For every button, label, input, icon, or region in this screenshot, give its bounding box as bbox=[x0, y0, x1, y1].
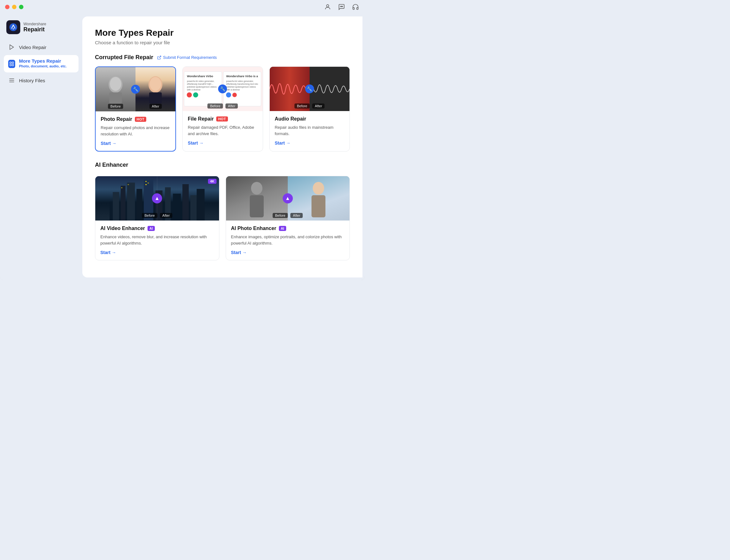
main-content: More Types Repair Choose a function to r… bbox=[82, 16, 362, 277]
svg-rect-10 bbox=[12, 64, 14, 66]
audio-after-label: After bbox=[312, 103, 324, 109]
ai-section-title: AI Enhancer bbox=[95, 162, 128, 168]
svg-rect-30 bbox=[182, 184, 189, 221]
photo-repair-title: Photo Repair bbox=[101, 116, 132, 122]
ai-video-desc: Enhance videos, remove blur, and increas… bbox=[100, 234, 214, 246]
ai-video-title-row: AI Video Enhancer AI bbox=[100, 226, 214, 231]
ai-video-card[interactable]: 4K Before After ▲ AI Video Enhancer AI bbox=[95, 176, 219, 260]
header-icons bbox=[323, 3, 360, 11]
svg-rect-25 bbox=[136, 189, 142, 221]
svg-point-2 bbox=[341, 6, 342, 7]
ai-video-after: After bbox=[160, 213, 172, 218]
svg-rect-31 bbox=[190, 195, 196, 221]
brand-text: Wondershare Repairit bbox=[23, 22, 46, 33]
audio-repair-card[interactable]: Before After 🔧 Audio Repair Repair audio… bbox=[269, 66, 350, 152]
audio-before-label: Before bbox=[294, 103, 309, 109]
photo-repair-card[interactable]: Before After bbox=[95, 66, 176, 152]
svg-rect-40 bbox=[250, 195, 264, 217]
city-skyline: 4K Before After ▲ bbox=[95, 176, 219, 221]
ai-photo-labels: Before After bbox=[272, 213, 303, 218]
svg-rect-42 bbox=[311, 195, 325, 217]
audio-repair-title: Audio Repair bbox=[275, 116, 306, 122]
audio-repair-body: Audio Repair Repair audio files in mains… bbox=[270, 111, 349, 151]
minimize-button[interactable] bbox=[12, 5, 16, 9]
corrupted-section-header: Corrupted File Repair Submit Format Requ… bbox=[95, 54, 350, 61]
submit-format-label: Submit Format Requirements bbox=[163, 55, 217, 60]
svg-rect-9 bbox=[10, 64, 11, 66]
ai-video-title: AI Video Enhancer bbox=[100, 226, 145, 231]
svg-marker-6 bbox=[10, 45, 14, 50]
svg-point-3 bbox=[342, 6, 343, 7]
sidebar-item-label-history: History Files bbox=[19, 78, 45, 83]
photo-repair-badge: HOT bbox=[135, 117, 147, 122]
svg-point-1 bbox=[340, 6, 341, 7]
audio-repair-image: Before After 🔧 bbox=[270, 67, 349, 111]
svg-rect-24 bbox=[127, 183, 135, 221]
svg-rect-32 bbox=[196, 189, 204, 221]
sidebar-item-label-video-repair: Video Repair bbox=[19, 45, 46, 50]
file-repair-desc: Repair damaged PDF, Office, Adobe and ar… bbox=[188, 124, 257, 137]
svg-point-19 bbox=[150, 77, 161, 91]
sidebar-item-more-types[interactable]: More Types Repair Photo, document, audio… bbox=[4, 55, 78, 72]
audio-repair-title-row: Audio Repair bbox=[275, 116, 344, 122]
photo-repair-title-row: Photo Repair HOT bbox=[101, 116, 170, 122]
repair-icon-photo: 🔧 bbox=[131, 85, 140, 94]
page-subtitle: Choose a function to repair your file bbox=[95, 40, 350, 45]
brand: Wondershare Repairit bbox=[4, 18, 78, 39]
traffic-lights bbox=[5, 5, 23, 9]
ai-photo-card[interactable]: Before After ▲ AI Photo Enhancer AI Enha… bbox=[226, 176, 350, 260]
ai-photo-icon: ▲ bbox=[283, 193, 293, 203]
ai-video-icon: ▲ bbox=[152, 193, 162, 203]
svg-rect-34 bbox=[147, 183, 149, 184]
file-repair-image: Wondershare Virbo powerful AI video gene… bbox=[183, 67, 262, 111]
sidebar-item-history-files[interactable]: History Files bbox=[4, 74, 78, 87]
file-repair-title-row: File Repair HOT bbox=[188, 116, 257, 122]
ai-cards-row: 4K Before After ▲ AI Video Enhancer AI bbox=[95, 176, 350, 260]
svg-point-4 bbox=[9, 23, 17, 31]
page-title: More Types Repair bbox=[95, 28, 350, 38]
submit-format-link[interactable]: Submit Format Requirements bbox=[157, 55, 217, 60]
svg-point-5 bbox=[13, 28, 14, 30]
photo-repair-start[interactable]: Start → bbox=[101, 141, 170, 146]
external-link-icon bbox=[157, 55, 161, 60]
headset-icon[interactable] bbox=[351, 3, 360, 11]
ai-video-start[interactable]: Start → bbox=[100, 250, 214, 255]
svg-rect-33 bbox=[145, 181, 147, 182]
brand-name-bottom: Repairit bbox=[23, 26, 46, 33]
close-button[interactable] bbox=[5, 5, 9, 9]
user-icon[interactable] bbox=[323, 3, 332, 11]
audio-repair-start[interactable]: Start → bbox=[275, 140, 344, 146]
sidebar-item-video-repair[interactable]: Video Repair bbox=[4, 40, 78, 54]
sidebar-item-label-more-types: More Types Repair bbox=[19, 58, 66, 64]
video-repair-icon bbox=[8, 44, 15, 51]
corrupted-section-title: Corrupted File Repair bbox=[95, 54, 153, 61]
ai-video-image: 4K Before After ▲ bbox=[95, 176, 219, 221]
chat-icon[interactable] bbox=[337, 3, 346, 11]
ai-photo-image: Before After ▲ bbox=[226, 176, 350, 221]
svg-line-14 bbox=[159, 56, 161, 58]
svg-point-41 bbox=[313, 182, 324, 195]
file-repair-start[interactable]: Start → bbox=[188, 140, 257, 146]
maximize-button[interactable] bbox=[19, 5, 23, 9]
ai-photo-before: Before bbox=[272, 213, 288, 218]
doc-block-before: Wondershare Virbo powerful AI video gene… bbox=[184, 72, 222, 106]
ai-photo-badge: AI bbox=[279, 226, 286, 231]
before-text: Before bbox=[108, 104, 123, 109]
before-label-photo: Before bbox=[108, 104, 123, 109]
svg-rect-36 bbox=[128, 184, 129, 185]
after-text: After bbox=[149, 104, 162, 109]
titlebar bbox=[0, 0, 365, 14]
brand-logo bbox=[6, 20, 20, 34]
history-files-icon bbox=[8, 77, 15, 84]
ai-video-labels: Before After bbox=[142, 213, 172, 218]
file-repair-card[interactable]: Wondershare Virbo powerful AI video gene… bbox=[182, 66, 263, 152]
file-repair-badge: HOT bbox=[216, 116, 228, 121]
ai-photo-title-row: AI Photo Enhancer AI bbox=[231, 226, 345, 231]
before-face-svg bbox=[106, 75, 125, 103]
brand-name-top: Wondershare bbox=[23, 22, 46, 26]
audio-repair-desc: Repair audio files in mainstream formats… bbox=[275, 124, 344, 137]
ai-video-body: AI Video Enhancer AI Enhance videos, rem… bbox=[95, 221, 219, 260]
svg-rect-7 bbox=[10, 62, 11, 64]
ai-photo-start[interactable]: Start → bbox=[231, 250, 345, 255]
app-window: Wondershare Repairit Video Repair bbox=[0, 0, 365, 280]
